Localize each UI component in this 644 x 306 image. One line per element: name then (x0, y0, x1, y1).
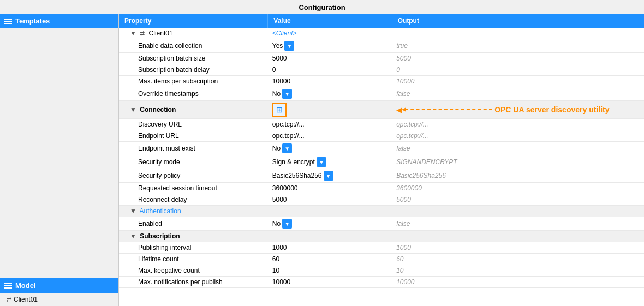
table-row: Requested session timeout 3600000 360000… (119, 183, 644, 194)
table-row: Enable data collection Yes ▼ true (119, 39, 644, 53)
out-sub-batch-size: 5000 (392, 53, 644, 64)
table-row: Endpoint URL opc.tcp://... opc.tcp://... (119, 130, 644, 142)
collapse-arrow[interactable]: ▼ (130, 232, 136, 240)
val-endpoint-must-exist: No ▼ (268, 142, 392, 155)
templates-label: Templates (15, 17, 50, 25)
val-sub-batch-delay: 0 (268, 64, 392, 76)
prop-sub-batch-delay: Subscription batch delay (119, 64, 268, 76)
table-row: Max. items per subscription 10000 10000 (119, 76, 644, 87)
client01-property: ▼ ⇄ Client01 (119, 28, 268, 39)
collapse-arrow[interactable]: ▼ (130, 106, 136, 113)
table-row: Reconnect delay 5000 5000 (119, 194, 644, 206)
out-lifetime-count: 60 (392, 254, 644, 265)
out-auth-enabled: false (392, 217, 644, 231)
dropdown-button[interactable]: ▼ (282, 143, 292, 153)
connection-label: Connection (140, 106, 176, 113)
collapse-arrow[interactable]: ▼ (130, 29, 136, 37)
value-text: Yes (272, 42, 283, 50)
sidebar: Templates Model ⇄ Client01 (0, 14, 119, 306)
callout-text: OPC UA server discovery utility (494, 105, 609, 114)
client01-value-text: <Client> (272, 29, 297, 37)
out-sub-batch-delay: 0 (392, 64, 644, 76)
out-override-ts: false (392, 87, 644, 101)
connection-section-row: ▼ Connection ⊞ ◀ (119, 101, 644, 119)
val-auth-enabled: No ▼ (268, 217, 392, 231)
network-icon: ⊞ (276, 105, 283, 114)
prop-enable-data: Enable data collection (119, 39, 268, 53)
val-override-ts: No ▼ (268, 87, 392, 101)
discovery-utility-button[interactable]: ⊞ (272, 103, 287, 117)
prop-endpoint-must-exist: Endpoint must exist (119, 142, 268, 155)
table-row: Max. keepalive count 10 10 (119, 265, 644, 277)
dropdown-button[interactable]: ▼ (284, 41, 294, 51)
subscription-section-out (392, 231, 644, 242)
val-endpoint-url: opc.tcp://... (268, 130, 392, 142)
client01-value: <Client> (268, 28, 392, 39)
out-security-mode: SIGNANDENCRYPT (392, 155, 644, 169)
table-row: Endpoint must exist No ▼ false (119, 142, 644, 155)
val-reconnect-delay: 5000 (268, 194, 392, 206)
table-row: Discovery URL opc.tcp://... opc.tcp://..… (119, 119, 644, 130)
out-pub-interval: 1000 (392, 242, 644, 254)
out-endpoint-url: opc.tcp://... (392, 130, 644, 142)
subscription-section-val (268, 231, 392, 242)
dropdown-button[interactable]: ▼ (324, 171, 333, 181)
out-session-timeout: 3600000 (392, 183, 644, 194)
subscription-section-row: ▼ Subscription (119, 231, 644, 242)
prop-endpoint-url: Endpoint URL (119, 130, 268, 142)
val-sub-batch-size: 5000 (268, 53, 392, 64)
top-title: Configuration (0, 0, 644, 14)
value-text: No (272, 145, 281, 152)
val-max-keepalive: 10 (268, 265, 392, 277)
prop-override-ts: Override timestamps (119, 87, 268, 101)
table-row: Security policy Basic256Sha256 ▼ Basic25… (119, 169, 644, 183)
out-max-items: 10000 (392, 76, 644, 87)
out-max-keepalive: 10 (392, 265, 644, 277)
prop-pub-interval: Publishing interval (119, 242, 268, 254)
prop-max-items: Max. items per subscription (119, 76, 268, 87)
table-row: Enabled No ▼ false (119, 217, 644, 231)
prop-auth-enabled: Enabled (119, 217, 268, 231)
value-text: Basic256Sha256 (272, 172, 322, 179)
out-discovery-url: opc.tcp://... (392, 119, 644, 130)
connection-section-out: ◀ OPC UA server discovery utility (392, 101, 644, 119)
subscription-section-prop: ▼ Subscription (119, 231, 268, 242)
table-row: Max. notifications per publish 10000 100… (119, 277, 644, 288)
prop-max-notif: Max. notifications per publish (119, 277, 268, 288)
val-session-timeout: 3600000 (268, 183, 392, 194)
model-hamburger-icon[interactable] (4, 283, 12, 289)
value-text: Sign & encrypt (272, 158, 315, 166)
subscription-label: Subscription (140, 232, 180, 240)
dropdown-button[interactable]: ▼ (282, 219, 292, 229)
auth-section-out (392, 206, 644, 217)
value-text: No (272, 220, 281, 227)
config-table: Property Value Output ▼ ⇄ Client01 <Clie… (119, 14, 644, 288)
prop-max-keepalive: Max. keepalive count (119, 265, 268, 277)
prop-sub-batch-size: Subscription batch size (119, 53, 268, 64)
val-lifetime-count: 60 (268, 254, 392, 265)
connection-section-prop: ▼ Connection (119, 101, 268, 119)
auth-section-prop: ▼ Authentication (119, 206, 268, 217)
val-pub-interval: 1000 (268, 242, 392, 254)
out-enable-data: true (392, 39, 644, 53)
hamburger-icon[interactable] (4, 19, 12, 24)
auth-label: Authentication (140, 207, 181, 215)
table-row: Subscription batch size 5000 5000 (119, 53, 644, 64)
connection-section-val: ⊞ (268, 101, 392, 119)
dropdown-button[interactable]: ▼ (282, 89, 292, 99)
value-text: No (272, 90, 281, 98)
collapse-arrow[interactable]: ▼ (130, 207, 136, 215)
header-property: Property (119, 14, 268, 28)
header-output: Output (392, 14, 644, 28)
client01-label: Client01 (149, 29, 173, 37)
dropdown-button[interactable]: ▼ (317, 157, 326, 167)
val-enable-data: Yes ▼ (268, 39, 392, 53)
table-row: Publishing interval 1000 1000 (119, 242, 644, 254)
val-security-mode: Sign & encrypt ▼ (268, 155, 392, 169)
sidebar-item-client01[interactable]: ⇄ Client01 (0, 293, 118, 306)
model-header: Model (0, 278, 118, 293)
authentication-section-row: ▼ Authentication (119, 206, 644, 217)
sidebar-client01-label: Client01 (14, 296, 38, 303)
table-row: Override timestamps No ▼ false (119, 87, 644, 101)
header-value: Value (268, 14, 392, 28)
